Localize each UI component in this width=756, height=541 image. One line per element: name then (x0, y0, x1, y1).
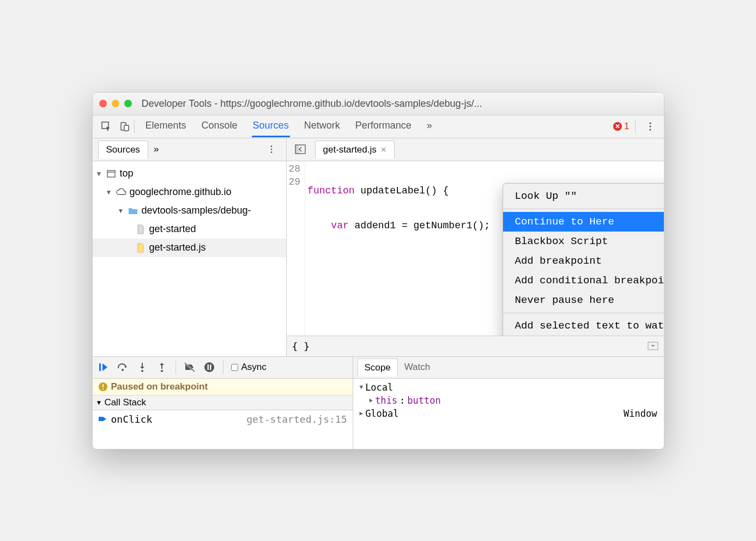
scope-local-row[interactable]: ▼ Local (358, 381, 660, 394)
menu-item-continue-to-here[interactable]: Continue to Here (503, 212, 664, 232)
scope-this-key: this (375, 395, 397, 406)
debugger-left: Async Paused on breakpoint ▼ Call Stack … (93, 357, 353, 449)
line-gutter: 28 29 (287, 161, 306, 336)
tab-console[interactable]: Console (201, 116, 239, 137)
menu-separator (503, 313, 664, 313)
tree-file-html-label: get-started (149, 223, 196, 235)
step-over-icon[interactable] (117, 361, 129, 373)
svg-point-15 (122, 369, 124, 371)
tree-domain[interactable]: ▼ googlechrome.github.io (93, 183, 286, 202)
zoom-window-button[interactable] (124, 100, 132, 107)
stack-frame-name: onClick (111, 414, 153, 425)
tree-root-label: top (120, 168, 134, 179)
menu-item-add-conditional-breakpoint[interactable]: Add conditional breakpoint… (503, 271, 664, 290)
scope-local-label: Local (365, 382, 393, 393)
navigator-overflow[interactable]: » (154, 144, 159, 155)
file-tree: ▼ top ▼ googlechrome.github.io ▼ (93, 161, 286, 260)
pause-on-exceptions-icon[interactable] (203, 361, 215, 373)
window-title: Developer Tools - https://googlechrome.g… (142, 98, 482, 110)
debug-toolbar: Async (93, 357, 353, 379)
editor-tabstrip: get-started.js × (287, 138, 664, 161)
main-area: Sources » ▼ top ▼ (93, 138, 664, 356)
pretty-print-bar[interactable]: { } (287, 336, 664, 356)
svg-point-22 (204, 362, 214, 372)
svg-rect-9 (107, 171, 115, 177)
svg-rect-12 (295, 145, 299, 154)
scope-this-row[interactable]: ▶ this: button (358, 394, 660, 407)
async-label: Async (241, 362, 267, 373)
devtools-window: Developer Tools - https://googlechrome.g… (92, 92, 664, 449)
error-count-badge[interactable]: ✕ 1 (613, 121, 629, 132)
disclosure-triangle-icon: ▼ (118, 207, 124, 215)
stack-frame-location: get-started.js:15 (246, 414, 347, 425)
svg-rect-27 (102, 388, 104, 390)
titlebar: Developer Tools - https://googlechrome.g… (93, 93, 664, 116)
async-toggle[interactable]: Async (231, 362, 267, 373)
device-toggle-icon[interactable] (118, 119, 132, 133)
navigator-tab-sources[interactable]: Sources (98, 141, 148, 159)
tree-file-js-label: get-started.js (149, 242, 206, 253)
svg-point-17 (141, 370, 143, 372)
tab-performance[interactable]: Performance (354, 116, 413, 137)
deactivate-breakpoints-icon[interactable] (184, 361, 196, 373)
navigator-kebab-icon[interactable] (264, 142, 279, 156)
tree-file-html[interactable]: get-started (93, 220, 286, 239)
tab-sources[interactable]: Sources (252, 116, 290, 137)
step-out-icon[interactable] (156, 361, 168, 373)
kebab-menu-icon[interactable] (643, 119, 657, 133)
menu-item-lookup[interactable]: Look Up "" (503, 186, 664, 206)
code-editor[interactable]: 28 29 function updateLabel() { (287, 161, 664, 336)
tabs-overflow[interactable]: » (426, 116, 433, 137)
disclosure-triangle-icon: ▼ (96, 170, 102, 178)
tree-file-js[interactable]: get-started.js (93, 239, 286, 257)
info-icon (98, 382, 108, 392)
menu-item-add-breakpoint[interactable]: Add breakpoint (503, 251, 664, 271)
menu-item-blackbox-script[interactable]: Blackbox Script (503, 232, 664, 251)
divider (176, 361, 176, 374)
document-icon (135, 224, 146, 235)
editor-file-tab[interactable]: get-started.js × (315, 141, 395, 159)
close-window-button[interactable] (99, 100, 107, 107)
navigator-sidebar: Sources » ▼ top ▼ (93, 138, 287, 356)
close-tab-icon[interactable]: × (381, 144, 386, 155)
disclosure-triangle-icon: ▶ (360, 410, 364, 417)
svg-rect-14 (99, 363, 101, 371)
disclosure-triangle-icon: ▼ (106, 189, 112, 196)
toggle-navigator-icon[interactable] (293, 142, 307, 156)
cloud-icon (116, 187, 126, 198)
divider (635, 120, 636, 133)
folder-icon (128, 205, 138, 216)
step-into-icon[interactable] (136, 361, 148, 373)
resume-icon[interactable] (97, 361, 109, 373)
error-count: 1 (624, 121, 629, 132)
js-file-icon (135, 242, 146, 253)
svg-point-19 (161, 370, 163, 372)
disclosure-triangle-icon: ▼ (96, 399, 102, 406)
scope-global-label: Global (365, 408, 398, 419)
tree-domain-label: googlechrome.github.io (130, 186, 232, 198)
menu-item-never-pause-here[interactable]: Never pause here (503, 290, 664, 310)
call-stack-header[interactable]: ▼ Call Stack (93, 396, 353, 410)
context-menu: Look Up "" Continue to Here Blackbox Scr… (503, 183, 664, 336)
svg-point-6 (270, 145, 272, 147)
menu-item-add-selected-to-watches[interactable]: Add selected text to watches (503, 316, 664, 336)
tab-network[interactable]: Network (303, 116, 341, 137)
tab-scope[interactable]: Scope (358, 358, 398, 376)
dropdown-icon[interactable] (648, 342, 658, 350)
svg-rect-26 (102, 384, 104, 387)
tree-root[interactable]: ▼ top (93, 165, 286, 183)
traffic-lights (99, 100, 132, 107)
tree-folder-label: devtools-samples/debug- (142, 205, 251, 216)
async-checkbox[interactable] (231, 364, 238, 371)
tab-watch[interactable]: Watch (398, 358, 437, 376)
minimize-window-button[interactable] (112, 100, 119, 107)
divider (134, 120, 135, 133)
debugger-right: Scope Watch ▼ Local ▶ this: button ▶ Glo… (353, 357, 664, 449)
scope-global-row[interactable]: ▶ Global Window (358, 407, 660, 420)
stack-frame-row[interactable]: onClick get-started.js:15 (93, 410, 353, 428)
tree-folder[interactable]: ▼ devtools-samples/debug- (93, 202, 286, 220)
tab-elements[interactable]: Elements (144, 116, 188, 137)
inspect-element-icon[interactable] (99, 119, 113, 133)
svg-point-7 (270, 149, 272, 150)
scope-this-val: button (407, 395, 440, 406)
